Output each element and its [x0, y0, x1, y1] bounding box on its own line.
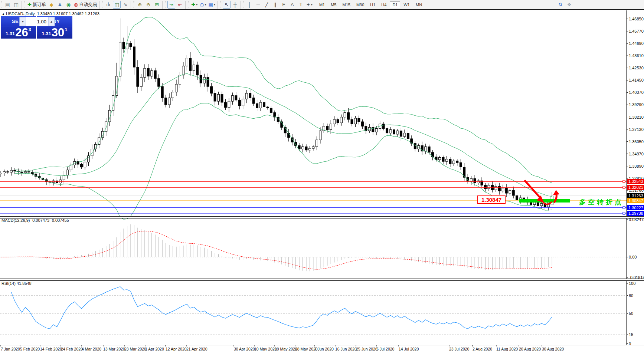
signals-icon[interactable]: ◉ [65, 1, 72, 9]
timeframe-w1-button[interactable]: W1 [401, 1, 412, 8]
toolbar-separator [315, 1, 315, 9]
search-icon[interactable]: ⚲ [555, 0, 566, 10]
time-axis-border [0, 345, 644, 345]
down-arrow[interactable] [524, 180, 540, 198]
toolbar-grip[interactable] [165, 1, 166, 8]
data-window-icon[interactable]: ◫ [12, 1, 20, 9]
price-badge-1.29738: 1.29738 [627, 211, 644, 216]
bar-chart-mode-icon[interactable]: ıİı [104, 1, 112, 9]
hline-handle[interactable] [623, 212, 625, 214]
auto-scroll-icon[interactable]: ⇥ [167, 1, 175, 9]
toolbar-grip[interactable] [133, 1, 134, 8]
templates-dropdown-icon[interactable]: ▾ [214, 3, 215, 6]
fibonacci-icon[interactable]: F [280, 1, 288, 9]
cursor-icon[interactable]: ↖ [223, 1, 231, 9]
chart-shift-icon[interactable]: ⇤ [176, 1, 184, 9]
community-chat-icon[interactable]: ❖ [565, 1, 573, 9]
toolbar-grip[interactable] [243, 1, 244, 8]
hline-handle[interactable] [623, 207, 625, 209]
price-callout-label[interactable]: 1.30847 [477, 195, 506, 204]
templates-icon[interactable]: ▦▾ [208, 1, 216, 9]
sell-price[interactable]: 1.31 26 3 [1, 26, 36, 39]
macd-histogram [1, 224, 552, 272]
rsi-tick-label: 15 [629, 332, 633, 337]
timeframe-h1-button[interactable]: H1 [367, 1, 378, 8]
market-watch-icon[interactable]: ▤ [4, 1, 12, 9]
price-badge-1.30227: 1.30227 [627, 205, 644, 210]
time-label: 16 Jun 2020 [335, 347, 357, 351]
buy-price[interactable]: 1.31 30 1 [37, 26, 72, 39]
time-label: 30 Apr 2020 [234, 347, 255, 351]
time-label: 14 Feb 2020 [40, 347, 62, 351]
volume-down-button[interactable]: ▼ [20, 17, 26, 26]
zoom-out-icon[interactable]: ⊖ [144, 1, 152, 9]
sell-price-small: 1.31 [6, 31, 15, 36]
horizontal-line-icon[interactable]: ─ [254, 1, 262, 9]
chart-styles-icon[interactable]: ◆ [48, 1, 55, 9]
toolbar-separator [131, 1, 131, 9]
text-label-icon[interactable]: T [297, 1, 305, 9]
hline-handle[interactable] [623, 186, 625, 188]
timeframe-m15-button[interactable]: M15 [340, 1, 353, 8]
toolbar-grip[interactable] [220, 1, 221, 8]
time-label: 2 Aug 2020 [473, 347, 492, 351]
new-order-icon[interactable]: ✚新订单 [27, 1, 47, 9]
arrows-icon[interactable]: ✦▾ [305, 1, 313, 9]
turning-point-note[interactable]: 多空转折点 [579, 198, 624, 207]
pane-separator-macd[interactable] [0, 216, 644, 218]
equidistant-channel-icon[interactable]: ∥ [271, 1, 279, 9]
rsi-line [11, 287, 552, 329]
price-tick-label: 1.33890 [629, 164, 644, 168]
arrows-dropdown-icon[interactable]: ▾ [311, 3, 313, 6]
auto-trading-icon[interactable]: ◍自动交易 [73, 1, 98, 9]
toolbar-grip[interactable] [24, 1, 25, 8]
zoom-in-icon[interactable]: ⊕ [136, 1, 144, 9]
macd-name: MACD(12,26,9) [1, 218, 30, 223]
pane-separator-rsi[interactable] [0, 279, 644, 281]
hline-handle[interactable] [623, 180, 625, 182]
macd-signal-line [1, 231, 552, 269]
timeframe-m5-button[interactable]: M5 [328, 1, 339, 8]
main-toolbar: ▤◫✚新订单◆♟◉◍自动交易ıİı◫∿⊕⊖⊞⇥⇤✚▾◷▾▦▾↖┼│─╱∥FAT✦… [0, 0, 644, 10]
macd-tick-label: 0.00 [629, 255, 637, 259]
timeframe-d1-button[interactable]: D1 [390, 1, 400, 8]
time-label: 30 Aug 2020 [542, 347, 564, 351]
crosshair-icon[interactable]: ┼ [231, 1, 239, 9]
sell-price-big: 26 [15, 28, 28, 37]
timeframe-m1-button[interactable]: M1 [317, 1, 327, 8]
timeframe-h4-button[interactable]: H4 [379, 1, 389, 8]
indicators-dropdown-icon[interactable]: ▾ [196, 3, 197, 6]
time-label: 25 Jun 2020 [356, 347, 377, 351]
periods-icon[interactable]: ◷▾ [199, 1, 207, 9]
volume-value[interactable]: 1.00 [26, 17, 48, 26]
buy-price-small: 1.31 [42, 31, 51, 36]
tile-windows-icon[interactable]: ⊞ [153, 1, 161, 9]
volume-up-button[interactable]: ▲ [48, 17, 55, 26]
indicators-icon[interactable]: ✚▾ [190, 1, 198, 9]
trendline-icon[interactable]: ╱ [263, 1, 271, 9]
macd-values: -0.007473 -0.007455 [31, 218, 69, 223]
line-chart-mode-icon[interactable]: ∿ [121, 1, 129, 9]
toolbar-grip[interactable] [102, 1, 103, 8]
time-label: 21 Apr 2020 [186, 347, 207, 351]
sell-price-sup: 3 [29, 27, 31, 32]
text-icon[interactable]: A [288, 1, 296, 9]
price-tick-label: 1.40370 [629, 90, 644, 95]
toolbar-grip[interactable] [1, 1, 2, 8]
vertical-line-icon[interactable]: │ [246, 1, 254, 9]
periods-dropdown-icon[interactable]: ▾ [205, 3, 206, 6]
chart-canvas [0, 0, 644, 352]
candlestick-mode-icon[interactable]: ◫ [113, 1, 121, 9]
rsi-value: 41.8548 [17, 281, 32, 286]
timeframe-m30-button[interactable]: M30 [354, 1, 367, 8]
terminal-icon[interactable]: ♟ [56, 1, 64, 9]
timeframe-mn-button[interactable]: MN [413, 1, 425, 8]
support-zone-bar[interactable] [519, 199, 570, 203]
volume-stepper: ▼ 1.00 ▲ [19, 17, 55, 26]
time-label: 10 May 2020 [254, 347, 277, 351]
toolbar-separator [22, 1, 22, 9]
price-badge-1.30847: 1.30847 [627, 198, 644, 203]
time-label: 19 May 2020 [275, 347, 297, 351]
symbol-arrow-icon: ▲ [2, 12, 5, 16]
toolbar-grip[interactable] [188, 1, 189, 8]
